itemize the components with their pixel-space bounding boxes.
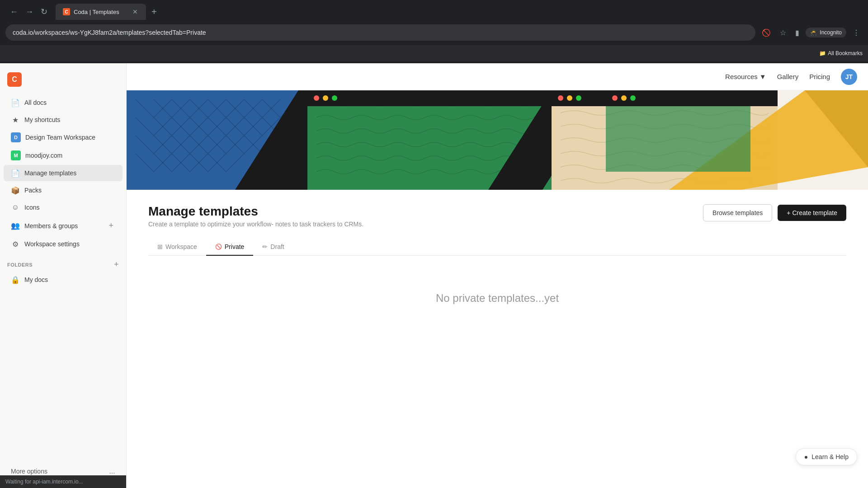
- svg-point-6: [323, 95, 328, 101]
- folders-section: FOLDERS +: [0, 253, 126, 271]
- empty-state: No private templates...yet: [148, 256, 846, 341]
- page-subtitle: Create a template to optimize your workf…: [148, 221, 363, 228]
- sidebar-item-members[interactable]: 👥 Members & groups +: [4, 216, 123, 235]
- browse-templates-button[interactable]: Browse templates: [703, 204, 772, 221]
- tab-draft[interactable]: ✏ Draft: [253, 239, 293, 256]
- packs-icon: 📦: [11, 186, 20, 195]
- bookmarks-label: All Bookmarks: [828, 50, 863, 56]
- sidebar-item-workspace[interactable]: D Design Team Workspace: [4, 129, 123, 146]
- sidebar-logo: C: [0, 69, 126, 94]
- settings-icon: ⚙: [11, 239, 20, 249]
- all-docs-label: All docs: [24, 99, 115, 106]
- moodjoy-avatar: M: [11, 150, 21, 160]
- incognito-label: Incognito: [820, 29, 842, 36]
- address-bar: 🚫 ☆ ▮ 🥷 Incognito ⋮: [0, 20, 868, 45]
- incognito-badge: 🥷 Incognito: [806, 28, 846, 38]
- status-bar: Waiting for api-iam.intercom.io...: [0, 475, 126, 488]
- status-text: Waiting for api-iam.intercom.io...: [5, 479, 83, 485]
- members-label: Members & groups: [24, 222, 102, 230]
- svg-rect-17: [606, 90, 750, 106]
- page-actions: Browse templates + Create template: [703, 204, 846, 221]
- workspace-settings-label: Workspace settings: [24, 240, 115, 248]
- resources-nav-item[interactable]: Resources ▼: [725, 73, 766, 80]
- all-bookmarks-item[interactable]: 📁 All Bookmarks: [819, 50, 863, 56]
- coda-logo: C: [7, 72, 22, 87]
- tab-private[interactable]: 🚫 Private: [206, 239, 254, 256]
- sidebar-item-icons[interactable]: ☺ Icons: [4, 199, 123, 216]
- resources-chevron-icon: ▼: [760, 73, 766, 80]
- back-button[interactable]: ←: [7, 5, 21, 19]
- browser-actions: 🚫 ☆ ▮ 🥷 Incognito ⋮: [759, 27, 863, 39]
- svg-point-20: [630, 95, 636, 101]
- my-shortcuts-label: My shortcuts: [24, 116, 115, 123]
- sidebar-item-moodjoy[interactable]: M moodjoy.com: [4, 147, 123, 164]
- gallery-nav-item[interactable]: Gallery: [777, 73, 799, 80]
- sidebar-item-packs[interactable]: 📦 Packs: [4, 182, 123, 198]
- browser-chrome: ← → ↻ C Coda | Templates ✕ + 🚫 ☆ ▮ 🥷 Inc…: [0, 0, 868, 63]
- svg-point-12: [567, 95, 572, 101]
- resources-label: Resources: [725, 73, 758, 80]
- svg-point-13: [576, 95, 581, 101]
- pricing-nav-item[interactable]: Pricing: [809, 73, 830, 80]
- members-icon: 👥: [11, 221, 20, 230]
- manage-templates-label: Manage templates: [24, 169, 115, 177]
- moodjoy-label: moodjoy.com: [25, 152, 115, 159]
- draft-tab-label: Draft: [270, 243, 284, 250]
- active-tab[interactable]: C Coda | Templates ✕: [56, 4, 146, 20]
- bookmark-icon[interactable]: ☆: [777, 27, 789, 39]
- empty-state-text: No private templates...yet: [436, 292, 559, 305]
- page-title: Manage templates: [148, 204, 363, 219]
- refresh-button[interactable]: ↻: [38, 5, 50, 19]
- page-header: Manage templates Create a template to op…: [148, 204, 846, 228]
- my-docs-icon: 🔒: [11, 275, 20, 284]
- more-options-label: More options: [11, 468, 47, 475]
- eye-off-icon[interactable]: 🚫: [759, 27, 774, 39]
- tab-favicon: C: [63, 8, 70, 15]
- tab-title: Coda | Templates: [74, 9, 119, 15]
- more-options-icon: …: [109, 468, 115, 475]
- sidebar-item-my-docs[interactable]: 🔒 My docs: [4, 272, 123, 288]
- svg-rect-4: [307, 90, 579, 106]
- main-content: Resources ▼ Gallery Pricing JT: [127, 63, 868, 488]
- svg-point-5: [314, 95, 319, 101]
- tab-workspace[interactable]: ⊞ Workspace: [148, 239, 206, 256]
- workspace-avatar: D: [11, 132, 21, 142]
- sidebar: C 📄 All docs ★ My shortcuts D Design Tea…: [0, 63, 127, 488]
- nav-buttons: ← → ↻: [4, 5, 54, 19]
- templates-tabs: ⊞ Workspace 🚫 Private ✏ Draft: [148, 239, 846, 256]
- bookmarks-bar: 📁 All Bookmarks: [0, 45, 868, 61]
- workspace-tab-label: Workspace: [165, 243, 197, 250]
- app-container: C 📄 All docs ★ My shortcuts D Design Tea…: [0, 63, 868, 488]
- add-members-button[interactable]: +: [107, 220, 115, 231]
- new-tab-button[interactable]: +: [148, 5, 160, 19]
- sidebar-item-all-docs[interactable]: 📄 All docs: [4, 94, 123, 111]
- folders-label: FOLDERS: [7, 262, 33, 267]
- learn-help-button[interactable]: ● Learn & Help: [796, 448, 857, 465]
- learn-help-icon: ●: [804, 453, 808, 460]
- sidebar-item-manage-templates[interactable]: 📄 Manage templates: [4, 165, 123, 181]
- add-folder-button[interactable]: +: [114, 260, 119, 269]
- url-input[interactable]: [5, 24, 755, 41]
- user-avatar[interactable]: JT: [841, 69, 857, 85]
- tab-bar: ← → ↻ C Coda | Templates ✕ +: [0, 0, 868, 20]
- sidebar-item-my-shortcuts[interactable]: ★ My shortcuts: [4, 112, 123, 128]
- tab-close-button[interactable]: ✕: [132, 7, 139, 16]
- svg-point-18: [612, 95, 618, 101]
- create-template-button[interactable]: + Create template: [778, 205, 846, 221]
- forward-button[interactable]: →: [23, 5, 36, 19]
- hero-banner: [127, 90, 868, 190]
- split-view-icon[interactable]: ▮: [793, 27, 802, 39]
- icons-label: Icons: [24, 204, 115, 211]
- learn-help-label: Learn & Help: [811, 453, 849, 460]
- svg-point-7: [332, 95, 337, 101]
- more-button[interactable]: ⋮: [850, 27, 863, 39]
- private-tab-label: Private: [225, 243, 245, 250]
- hero-illustration: [127, 90, 868, 190]
- page-content: Manage templates Create a template to op…: [127, 190, 868, 488]
- sidebar-item-workspace-settings[interactable]: ⚙ Workspace settings: [4, 236, 123, 252]
- page-header-left: Manage templates Create a template to op…: [148, 204, 363, 228]
- my-docs-label: My docs: [24, 276, 115, 283]
- bookmarks-folder-icon: 📁: [819, 50, 826, 56]
- private-tab-icon: 🚫: [215, 244, 222, 250]
- workspace-tab-icon: ⊞: [157, 243, 163, 250]
